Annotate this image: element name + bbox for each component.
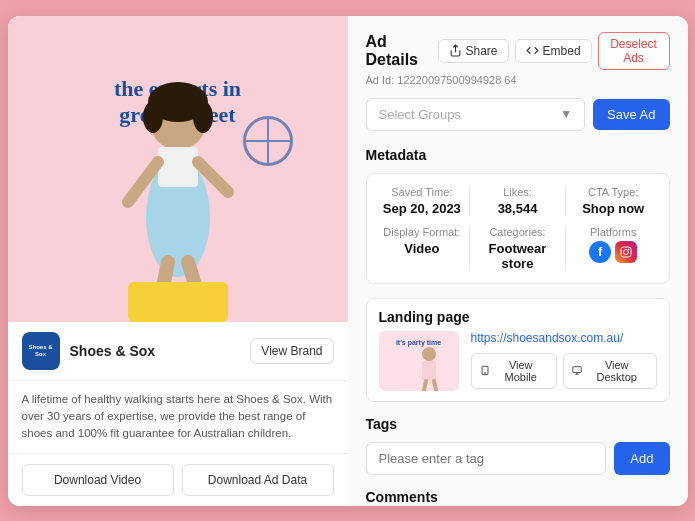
view-desktop-button[interactable]: View Desktop — [563, 353, 657, 389]
svg-rect-22 — [573, 367, 581, 373]
categories-value: Footwear store — [476, 241, 559, 271]
platforms-item: Platforms f — [572, 226, 655, 271]
saved-time-item: Saved Time: Sep 20, 2023 — [381, 186, 464, 216]
tags-title: Tags — [366, 416, 670, 432]
landing-buttons: View Mobile View Desktop — [471, 353, 657, 389]
tags-section: Tags Add — [366, 416, 670, 475]
svg-point-15 — [628, 248, 630, 250]
tags-input-row: Add — [366, 442, 670, 475]
brand-description: A lifetime of healthy walking starts her… — [8, 381, 348, 454]
share-label: Share — [466, 44, 498, 58]
meta-row-2: Display Format: Video Categories: Footwe… — [381, 226, 655, 271]
svg-rect-5 — [158, 147, 198, 187]
cta-type-label: CTA Type: — [572, 186, 655, 198]
display-format-value: Video — [381, 241, 464, 256]
view-brand-button[interactable]: View Brand — [250, 338, 333, 364]
save-ad-button[interactable]: Save Ad — [593, 99, 669, 130]
svg-point-16 — [422, 347, 436, 361]
categories-item: Categories: Footwear store — [476, 226, 559, 271]
metadata-box: Saved Time: Sep 20, 2023 Likes: 38,544 C… — [366, 173, 670, 284]
ad-image-area: the experts in growing feet — [8, 16, 348, 322]
platforms-label: Platforms — [572, 226, 655, 238]
landing-thumb-figure — [394, 346, 444, 391]
meta-row-1: Saved Time: Sep 20, 2023 Likes: 38,544 C… — [381, 186, 655, 216]
child-figure-illustration — [98, 72, 258, 322]
view-mobile-label: View Mobile — [494, 359, 548, 383]
metadata-title: Metadata — [366, 147, 670, 163]
svg-line-19 — [434, 381, 436, 390]
landing-info: https://shoesandsox.com.au/ View Mobile … — [471, 331, 657, 389]
platform-icons: f — [572, 241, 655, 263]
right-panel: Ad Details Share Embed Deselect Ads Ad I… — [348, 16, 688, 506]
header-actions: Share Embed Deselect Ads — [438, 32, 670, 70]
left-panel: the experts in growing feet — [8, 16, 348, 506]
landing-thumb-text: it's party time — [384, 339, 454, 346]
display-format-item: Display Format: Video — [381, 226, 464, 271]
ad-id: Ad Id: 12220097500994928 64 — [366, 74, 670, 86]
download-video-button[interactable]: Download Video — [22, 464, 174, 496]
download-ad-data-button[interactable]: Download Ad Data — [182, 464, 334, 496]
select-groups-row: Select Groups ▼ Save Ad — [366, 98, 670, 131]
meta-divider-2 — [565, 186, 566, 216]
desktop-icon — [572, 365, 582, 376]
landing-url[interactable]: https://shoesandsox.com.au/ — [471, 331, 657, 345]
svg-rect-13 — [621, 247, 631, 257]
tags-input[interactable] — [366, 442, 607, 475]
select-groups-placeholder: Select Groups — [379, 107, 461, 122]
ad-details-title: Ad Details — [366, 33, 438, 69]
facebook-icon: f — [589, 241, 611, 263]
likes-value: 38,544 — [476, 201, 559, 216]
svg-line-18 — [424, 381, 426, 390]
brand-logo: Shoes & Sox — [22, 332, 60, 370]
comments-section: Comments — [366, 489, 670, 505]
deselect-ads-button[interactable]: Deselect Ads — [598, 32, 670, 70]
instagram-icon — [615, 241, 637, 263]
svg-point-21 — [484, 373, 485, 374]
svg-point-3 — [193, 101, 213, 133]
ad-details-header: Ad Details Share Embed Deselect Ads — [366, 32, 670, 70]
svg-rect-12 — [128, 282, 228, 322]
display-format-label: Display Format: — [381, 226, 464, 238]
action-buttons-row: Download Video Download Ad Data — [8, 454, 348, 506]
likes-label: Likes: — [476, 186, 559, 198]
landing-page-title: Landing page — [367, 299, 669, 331]
cta-type-item: CTA Type: Shop now — [572, 186, 655, 216]
embed-button[interactable]: Embed — [515, 39, 592, 63]
brand-name: Shoes & Sox — [70, 343, 251, 359]
mobile-icon — [480, 365, 490, 376]
add-tag-button[interactable]: Add — [614, 442, 669, 475]
select-groups-dropdown[interactable]: Select Groups ▼ — [366, 98, 586, 131]
embed-label: Embed — [543, 44, 581, 58]
landing-page-section: Landing page it's party time https://sho… — [366, 298, 670, 402]
likes-item: Likes: 38,544 — [476, 186, 559, 216]
landing-content: it's party time https://shoesandsox.com.… — [367, 331, 669, 401]
meta-divider-3 — [469, 226, 470, 271]
svg-point-2 — [143, 101, 163, 133]
meta-divider-1 — [469, 186, 470, 216]
main-container: the experts in growing feet — [8, 16, 688, 506]
landing-page-thumbnail: it's party time — [379, 331, 459, 391]
categories-label: Categories: — [476, 226, 559, 238]
comments-title: Comments — [366, 489, 670, 505]
svg-point-14 — [624, 249, 629, 254]
svg-rect-17 — [422, 361, 436, 381]
view-mobile-button[interactable]: View Mobile — [471, 353, 557, 389]
saved-time-label: Saved Time: — [381, 186, 464, 198]
chevron-down-icon: ▼ — [560, 107, 572, 121]
embed-icon — [526, 44, 539, 57]
saved-time-value: Sep 20, 2023 — [381, 201, 464, 216]
brand-bar: Shoes & Sox Shoes & Sox View Brand — [8, 322, 348, 381]
meta-divider-4 — [565, 226, 566, 271]
share-icon — [449, 44, 462, 57]
share-button[interactable]: Share — [438, 39, 509, 63]
cta-type-value: Shop now — [572, 201, 655, 216]
view-desktop-label: View Desktop — [586, 359, 648, 383]
